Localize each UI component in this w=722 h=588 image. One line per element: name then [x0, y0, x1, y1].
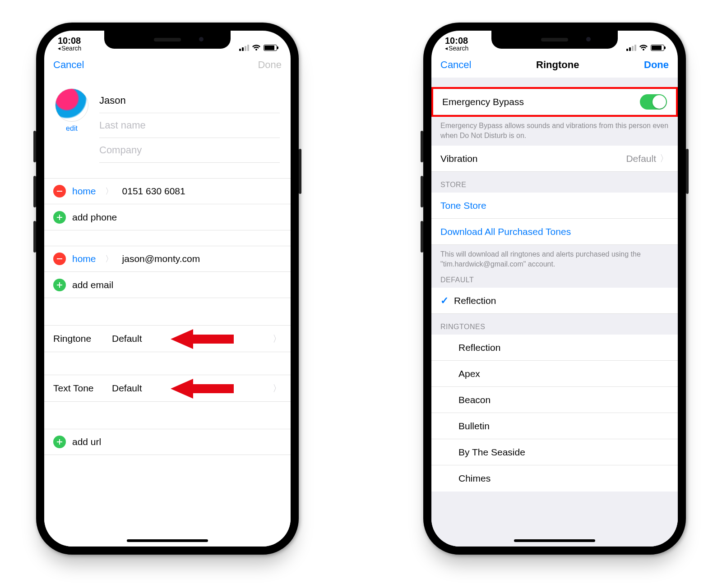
emergency-bypass-row[interactable]: Emergency Bypass — [433, 89, 676, 115]
emergency-bypass-toggle[interactable] — [640, 94, 667, 110]
ringtone-option-row[interactable]: Beacon — [431, 387, 678, 413]
ringtone-label: Ringtone — [53, 333, 112, 344]
avatar[interactable] — [55, 88, 88, 122]
chevron-right-icon: 〉 — [660, 152, 669, 165]
default-section-header: DEFAULT — [431, 274, 678, 288]
annotation-highlight: Emergency Bypass — [431, 87, 678, 117]
cancel-button[interactable]: Cancel — [53, 59, 84, 71]
add-email-row[interactable]: add email — [44, 272, 291, 298]
cellular-signal-icon — [239, 45, 249, 51]
cellular-signal-icon — [626, 45, 636, 51]
vibration-label: Vibration — [440, 153, 626, 164]
battery-icon — [651, 45, 664, 51]
ringtones-section-header: RINGTONES — [431, 314, 678, 335]
status-indicators — [239, 44, 277, 51]
ringtone-option-label: Apex — [458, 368, 669, 379]
tone-store-row[interactable]: Tone Store — [431, 193, 678, 219]
add-icon[interactable] — [53, 279, 66, 291]
emergency-bypass-label: Emergency Bypass — [442, 96, 640, 107]
ringtone-option-label: Chimes — [458, 473, 669, 484]
nav-title: Ringtone — [471, 59, 644, 71]
edit-contact-view[interactable]: edit Jason Last name Company home 〉 0151… — [44, 78, 291, 547]
svg-marker-0 — [171, 329, 234, 349]
ringtone-option-row[interactable]: Apex — [431, 361, 678, 387]
wifi-icon — [639, 44, 648, 51]
text-tone-value: Default — [112, 383, 142, 394]
add-phone-row[interactable]: add phone — [44, 204, 291, 230]
ringtone-option-row[interactable]: Chimes — [431, 465, 678, 492]
chevron-right-icon: 〉 — [273, 382, 282, 395]
ringtone-row[interactable]: Ringtone Default 〉 — [44, 325, 291, 352]
ringtone-option-row[interactable]: Bulletin — [431, 413, 678, 439]
download-all-label: Download All Purchased Tones — [440, 226, 669, 237]
ringtone-option-label: Beacon — [458, 395, 669, 405]
ringtone-value: Default — [112, 333, 142, 344]
email-home-row[interactable]: home 〉 jason@monty.com — [44, 246, 291, 272]
add-url-row[interactable]: add url — [44, 429, 291, 455]
store-section-header: STORE — [431, 172, 678, 193]
status-breadcrumb-back[interactable]: Search — [58, 45, 81, 51]
battery-icon — [264, 45, 277, 51]
chevron-right-icon: 〉 — [102, 253, 116, 264]
chevron-right-icon: 〉 — [273, 333, 282, 345]
ringtone-option-row[interactable]: By The Seaside — [431, 439, 678, 465]
ringtone-option-label: Reflection — [458, 342, 669, 353]
annotation-arrow-icon — [171, 326, 234, 353]
ringtone-option-label: Bulletin — [458, 421, 669, 432]
status-time: 10:08 — [445, 36, 468, 45]
company-field[interactable]: Company — [99, 138, 280, 163]
default-ringtone-row[interactable]: ✓ Reflection — [431, 288, 678, 314]
last-name-field[interactable]: Last name — [99, 113, 280, 138]
iphone-frame-right: 10:08 Search Cancel Ringtone Done — [423, 23, 686, 555]
store-footer: This will download all ringtones and ale… — [431, 245, 678, 274]
home-indicator[interactable] — [127, 539, 208, 542]
tone-store-label: Tone Store — [440, 200, 669, 211]
cancel-button[interactable]: Cancel — [440, 59, 471, 71]
add-icon[interactable] — [53, 436, 66, 448]
notch — [491, 31, 618, 49]
edit-photo-button[interactable]: edit — [66, 124, 78, 133]
done-button: Done — [258, 59, 282, 71]
text-tone-label: Text Tone — [53, 383, 112, 394]
vibration-value: Default — [626, 153, 656, 164]
phone-number-field[interactable]: 0151 630 6081 — [122, 186, 282, 197]
notch — [104, 31, 231, 49]
iphone-frame-left: 10:08 Search Cancel Done — [36, 23, 299, 555]
status-breadcrumb-back[interactable]: Search — [445, 45, 468, 51]
first-name-field[interactable]: Jason — [99, 88, 280, 113]
chevron-right-icon: 〉 — [102, 186, 116, 197]
svg-marker-1 — [171, 379, 234, 399]
checkmark-icon: ✓ — [440, 295, 454, 307]
nav-bar: Cancel Done — [44, 52, 291, 78]
add-url-label: add url — [72, 436, 282, 447]
done-button[interactable]: Done — [644, 59, 669, 71]
email-address-field[interactable]: jason@monty.com — [122, 253, 282, 264]
home-indicator[interactable] — [514, 539, 595, 542]
phone-label[interactable]: home — [72, 186, 96, 197]
ringtone-settings-view[interactable]: Emergency Bypass Emergency Bypass allows… — [431, 78, 678, 547]
annotation-arrow-icon — [171, 375, 234, 402]
status-indicators — [626, 44, 664, 51]
ringtone-option-label: By The Seaside — [458, 447, 669, 458]
add-icon[interactable] — [53, 211, 66, 224]
add-phone-label: add phone — [72, 212, 282, 223]
remove-icon[interactable] — [53, 185, 66, 198]
remove-icon[interactable] — [53, 253, 66, 265]
emergency-bypass-footer: Emergency Bypass allows sounds and vibra… — [431, 116, 678, 146]
nav-bar: Cancel Ringtone Done — [431, 52, 678, 78]
ringtone-option-row[interactable]: Reflection — [431, 335, 678, 361]
phone-home-row[interactable]: home 〉 0151 630 6081 — [44, 178, 291, 204]
download-all-row[interactable]: Download All Purchased Tones — [431, 219, 678, 245]
status-time: 10:08 — [58, 36, 81, 45]
screen-left: 10:08 Search Cancel Done — [44, 31, 291, 547]
screen-right: 10:08 Search Cancel Ringtone Done — [431, 31, 678, 547]
wifi-icon — [252, 44, 261, 51]
text-tone-row[interactable]: Text Tone Default 〉 — [44, 375, 291, 402]
vibration-row[interactable]: Vibration Default 〉 — [431, 146, 678, 172]
add-email-label: add email — [72, 280, 282, 290]
default-ringtone-label: Reflection — [454, 295, 669, 306]
email-label[interactable]: home — [72, 253, 96, 264]
